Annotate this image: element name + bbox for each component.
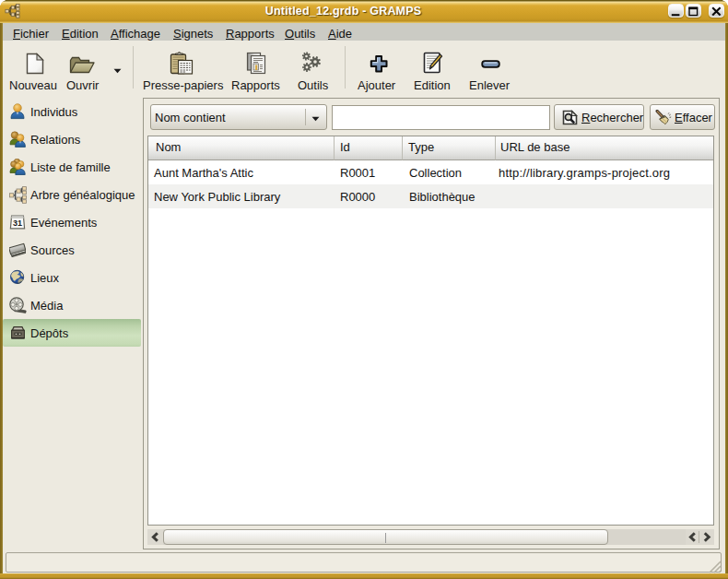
svg-text:31: 31 xyxy=(13,219,22,228)
